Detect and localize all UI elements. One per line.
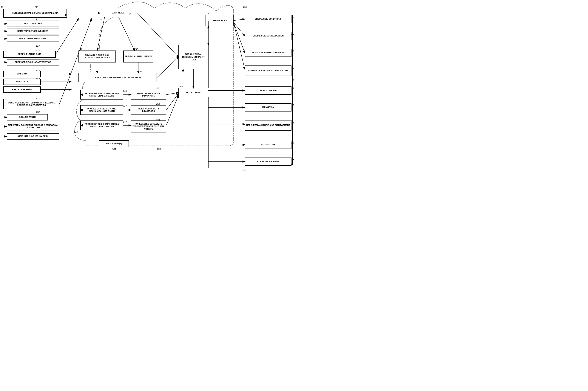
label-186: 186 [291,104,294,107]
box-soil-state: SOIL STATE ASSESSMENT & AI TRANSLATION [78,73,157,82]
label-148: 148 [123,120,127,123]
box-crop-soil-cond: CROP & SOIL CONDITIONS [245,15,291,23]
box-profile-tilth: PROFILE OF SOIL TILTH AND MECHANICAL STR… [80,105,123,115]
label-130: 130 [157,148,161,150]
svg-line-33 [234,19,245,21]
box-crop-spec: CROP-SPECIFIC CHARACTERISTICS [7,59,59,66]
box-in-situ: IN-SITU WEATHER [7,21,59,27]
label-187: 187 [291,122,294,125]
label-112: 112 [36,18,40,21]
label-111: 111 [1,6,4,9]
label-100: 100 [243,168,246,171]
box-herd: HERD, FEED & RANGELAND MANAGEMENT [245,120,291,131]
label-152: 152 [156,102,160,105]
svg-line-35 [234,22,245,53]
label-120: 120 [36,111,40,113]
box-crop-soil-cont: CROP & SOIL CONTAMINATION [245,32,291,40]
box-pest: PEST & DISEASE [245,87,291,95]
box-ground: GROUND TRUTH [7,114,48,120]
label-143: 143 [134,48,138,51]
label-132: 132 [127,13,131,16]
box-data-ingest: DATA INGEST [100,9,137,17]
box-satellite: SATELLITE & OTHER IMAGERY [7,133,59,140]
box-field-work: FIELD WORKABILITY INDICATORS [131,105,166,115]
box-field-traff: FIELD TRAFFICABILITY INDICATORS [131,90,166,99]
label-142: 142 [78,48,82,51]
svg-line-36 [234,22,245,69]
label-184: 184 [291,67,294,70]
label-145: 145 [74,131,77,134]
box-meteo: METEOROLOGICAL & CLIMATOLOGICAL DATA [3,9,67,18]
box-ag-decision: AGRICULTURAL DECISION SUPPORT TOOL [178,45,208,69]
label-170: 170 [206,12,210,15]
box-output-data: OUTPUT DATA [178,88,208,97]
label-110: 110 [35,6,38,9]
label-189: 189 [291,158,294,161]
box-field-farm: FIELD/FARM EQUIPMENT ON-BOARD SENSORS & … [7,122,59,131]
label-153: 153 [156,119,160,122]
box-api-modules: API MODULES [205,15,234,26]
box-nutrient: NUTRIENT & BIOLOGICAL APPLICATION [245,66,291,76]
box-crop-plan: CROP & PLANING DATA [3,51,56,58]
label-page: 1/4 [293,79,294,82]
box-remotely: REMOTELY-SENSED WEATHER [7,28,59,34]
box-art-intel: ARTIFICIAL INTELLIGENCE [123,51,153,63]
label-160: 160 [178,42,181,45]
label-144: 144 [138,70,142,73]
label-147: 147 [123,105,127,108]
label-150: 150 [179,85,183,88]
box-part-field: PARTICULAR FIELD [3,87,41,93]
svg-line-34 [234,22,245,36]
diagram: 111 110 METEOROLOGICAL & CLIMATOLOGICAL … [0,0,294,196]
box-irrigation: IRRIGATION [245,103,291,111]
box-obs-rep: OBSERVED & REPORTED DATA OF FIELD/SOIL C… [3,99,60,109]
box-field-data: FIELD DATA [3,79,41,85]
box-soil-data: SOIL DATA [3,71,41,77]
label-123: 123 [36,45,40,47]
label-188: 188 [291,141,294,144]
box-tillage: TILLAGE PLANTING & HARVEST [245,49,291,57]
label-146: 146 [123,90,127,93]
label-182: 182 [291,33,294,35]
box-processors: PROCESSOR(S) [99,140,129,147]
box-phys-emp: PHYSICAL & EMPIRICAL AGRICULTURAL MODELS [78,51,116,63]
box-regulatory: REGULATORY [245,141,291,149]
label-185: 185 [291,87,294,90]
label-183: 183 [291,49,294,52]
box-clear-ag: CLEAR AG ALERTING [245,158,291,166]
box-profile-comp1: PROFILE OF SOIL COMPACTION & STRUCTURAL … [80,90,123,99]
label-134: 134 [112,148,116,150]
label-151: 151 [156,87,160,90]
box-profile-comp2: PROFILE OF SOIL COMPACTION & STRUCTURAL … [80,120,123,130]
label-140: 140 [98,18,102,21]
label-180: 180 [243,6,247,9]
box-modeled: MODELED WEATHER DATA [7,36,59,42]
label-181: 181 [291,16,294,18]
box-forecast: FORECASTED SUITABILITY WINDOWS FOR AGRIC… [131,120,166,132]
